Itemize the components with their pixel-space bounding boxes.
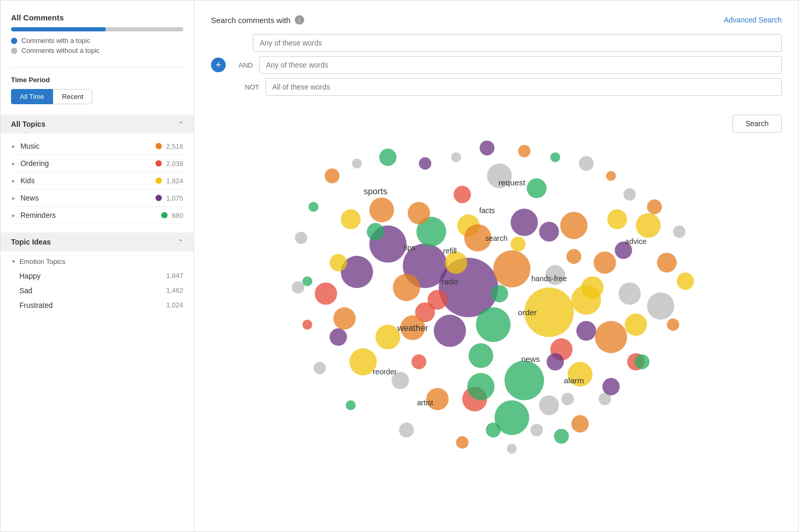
search-form: + AND NOT [211,34,782,100]
svg-point-50 [579,156,593,171]
svg-point-93 [547,353,564,370]
svg-point-92 [576,321,596,341]
svg-point-41 [308,202,318,212]
all-topics-header[interactable]: All Topics ⌃ [1,115,194,134]
svg-point-64 [369,197,394,222]
topic-dot [156,143,162,149]
topic-item-left: ► Music [11,142,39,150]
search-input-2[interactable] [259,56,782,74]
topic-item[interactable]: ► Ordering 2,038 [11,155,183,172]
topic-item-left: ► Reminders [11,211,56,219]
topic-name: Ordering [20,159,49,168]
search-input-3[interactable] [265,78,782,96]
topic-name: Music [20,142,40,150]
svg-point-90 [567,249,581,264]
svg-text:alarm: alarm [564,376,584,385]
topic-dot [156,178,162,184]
progress-bar [11,27,183,31]
svg-point-11 [434,315,466,347]
topic-name: Kids [20,176,35,185]
svg-text:order: order [518,308,537,317]
svg-point-9 [393,274,420,301]
svg-text:artist: artist [417,398,433,407]
topic-name: Reminders [20,211,56,219]
svg-point-74 [677,273,694,290]
svg-point-69 [375,325,400,349]
topic-item-left: ► Ordering [11,159,49,168]
svg-point-78 [561,393,574,405]
svg-text:hands-free: hands-free [531,274,567,283]
legend-item-without-topic: Comments without a topic [11,47,183,54]
emotion-topics-label: Emotion Topics [19,258,65,265]
time-btn-all-time[interactable]: All Time [11,89,53,104]
search-button[interactable]: Search [733,115,782,132]
svg-point-91 [581,276,604,299]
svg-point-30 [539,395,559,415]
svg-text:advice: advice [625,237,647,246]
emotion-topics-title[interactable]: ▼ Emotion Topics [11,258,183,265]
sub-topic-item[interactable]: Sad 1,462 [11,283,183,298]
svg-point-68 [330,328,347,346]
svg-point-13 [504,361,544,401]
svg-point-16 [594,251,616,274]
svg-point-89 [539,221,559,241]
topic-item[interactable]: ► Reminders 880 [11,207,183,224]
svg-point-44 [379,149,396,166]
advanced-search-link[interactable]: Advanced Search [724,16,782,24]
time-btn-recent[interactable]: Recent [53,89,92,104]
and-label: AND [232,61,253,69]
search-input-1[interactable] [253,34,782,52]
svg-point-24 [334,307,356,330]
all-topics-chevron: ⌃ [178,120,183,128]
legend-label-without-topic: Comments without a topic [21,47,100,54]
svg-point-42 [325,169,339,183]
search-row-1 [211,34,782,52]
svg-point-67 [315,282,337,305]
all-topics-title: All Topics [11,120,46,128]
search-row-3: NOT [211,78,782,96]
svg-point-59 [346,400,356,410]
legend-label-with-topic: Comments with a topic [21,37,91,45]
bubble-chart-container: sportsrequestfactssearchtipsrefillradioh… [211,132,782,517]
topic-ideas-header[interactable]: Topic Ideas ⌃ [1,232,194,251]
svg-point-75 [667,318,680,331]
svg-point-37 [647,292,674,319]
svg-point-20 [453,186,471,203]
svg-point-32 [595,321,627,353]
svg-point-87 [491,285,508,302]
svg-text:search: search [485,234,508,242]
topic-item[interactable]: ► Music 2,516 [11,138,183,155]
emotion-topics-section: ▼ Emotion Topics Happy 1,847 Sad 1,462 F… [11,258,183,313]
topic-item-left: ► News [11,194,39,202]
svg-text:refill: refill [443,247,457,255]
svg-point-66 [330,254,347,271]
svg-point-40 [295,231,307,244]
svg-point-2 [493,250,530,287]
divider-1 [11,67,183,68]
sub-topic-item[interactable]: Frustrated 1,024 [11,298,183,313]
add-condition-icon[interactable]: + [211,58,226,72]
topic-count: 2,038 [166,160,183,168]
legend-item-with-topic: Comments with a topic [11,37,183,45]
sub-topic-name: Sad [19,286,32,295]
svg-text:facts: facts [479,206,495,215]
topic-dot [161,212,168,218]
search-header: Search comments with i Advanced Search [211,15,782,25]
svg-text:weather: weather [397,323,428,333]
svg-point-51 [606,171,616,181]
svg-point-17 [560,212,587,239]
sub-topic-item[interactable]: Happy 1,847 [11,269,183,283]
svg-point-63 [302,276,312,286]
info-icon[interactable]: i [295,15,304,25]
topic-count: 880 [172,212,183,219]
svg-text:reorder: reorder [373,368,397,376]
sub-topic-name: Happy [19,272,40,280]
svg-point-5 [511,209,538,236]
time-period-label: Time Period [11,76,183,84]
topic-item[interactable]: ► Kids 1,824 [11,172,183,190]
topic-dot [156,160,162,167]
svg-point-71 [607,209,627,229]
svg-point-21 [408,202,430,225]
topic-item[interactable]: ► News 1,075 [11,190,183,207]
svg-point-70 [412,354,426,369]
